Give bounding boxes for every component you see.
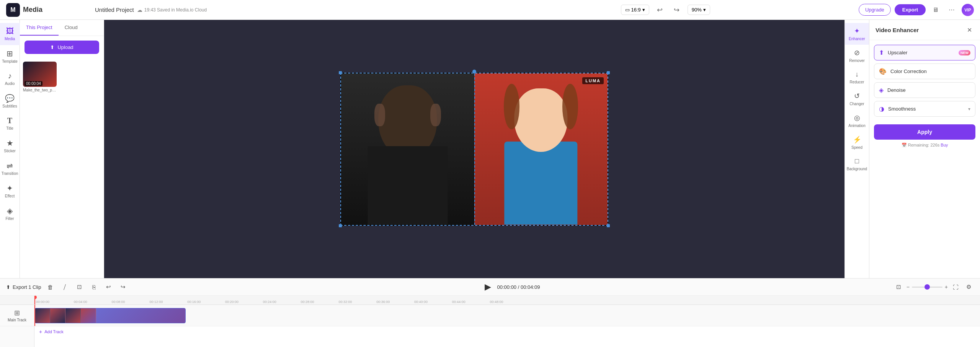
sidebar-item-sticker[interactable]: ★ Sticker — [0, 135, 20, 157]
track-label-main[interactable]: ⊞ Main Track — [0, 305, 34, 326]
user-avatar[interactable]: VIP — [962, 4, 974, 16]
right-sidebar-item-reducer[interactable]: ↓ Reducer — [845, 67, 869, 88]
right-sidebar-item-changer[interactable]: ↺ Changer — [845, 88, 869, 110]
sidebar-label-filter: Filter — [5, 217, 14, 221]
ruler-corner — [0, 296, 34, 305]
settings-button[interactable]: ⚙ — [963, 282, 974, 292]
delete-clip-button[interactable]: 🗑 — [45, 282, 56, 292]
upload-button[interactable]: ⬆ Upload — [24, 41, 99, 54]
more-options-button[interactable]: ⋯ — [946, 4, 958, 16]
zoom-out-icon[interactable]: − — [906, 284, 910, 290]
export-clip-button[interactable]: ⬆ Export 1 Clip — [6, 284, 41, 290]
canvas-preview[interactable]: LUMA — [340, 73, 608, 226]
right-sidebar-item-speed[interactable]: ⚡ Speed — [845, 132, 869, 153]
speed-icon: ⚡ — [853, 135, 861, 144]
upload-label: Upload — [57, 44, 73, 50]
tab-this-project[interactable]: This Project — [20, 20, 59, 36]
sidebar-label-template: Template — [2, 59, 18, 64]
sidebar-item-subtitles[interactable]: 💬 Subtitles — [0, 90, 20, 112]
enhancer-icon: ✦ — [854, 27, 860, 35]
ruler-mark-12: 00:48:00 — [490, 300, 503, 304]
sidebar-label-sticker: Sticker — [4, 149, 16, 153]
export-button[interactable]: Export — [895, 4, 926, 15]
media-panel: This Project Cloud ⬆ Upload 00:00:04 Mak… — [20, 20, 104, 278]
fit-screen-button[interactable]: ⊡ — [893, 282, 904, 292]
right-sidebar-item-animation[interactable]: ◎ Animation — [845, 110, 869, 132]
cloud-icon: ☁ — [137, 7, 142, 13]
add-track-row[interactable]: + Add Track — [34, 326, 980, 337]
sidebar-item-template[interactable]: ⊞ Template — [0, 45, 20, 68]
video-left — [341, 73, 474, 225]
video-right: LUMA — [474, 73, 608, 225]
sidebar-item-title[interactable]: T Title — [0, 112, 20, 135]
apply-button[interactable]: Apply — [874, 124, 975, 140]
sidebar-item-transition[interactable]: ⇌ Transition — [0, 157, 20, 180]
copy-button[interactable]: ⎘ — [88, 282, 99, 292]
aspect-ratio-button[interactable]: ▭ 16:9 ▾ — [621, 5, 649, 15]
right-sidebar-item-remover[interactable]: ⊘ Remover — [845, 45, 869, 67]
undo-button[interactable]: ↩ — [654, 4, 666, 16]
logo-box: M — [6, 3, 20, 17]
right-label-animation: Animation — [848, 124, 865, 128]
calendar-icon: 📅 — [902, 143, 907, 147]
enhancer-options: ⬆ Upscaler NEW 🎨 Color Correction ◈ Deno… — [869, 40, 980, 121]
right-sidebar-item-background[interactable]: □ Background — [845, 153, 869, 175]
enhancer-option-upscaler[interactable]: ⬆ Upscaler NEW — [874, 45, 975, 60]
handle-bottom-right[interactable] — [607, 224, 610, 227]
man-hair-left — [374, 104, 385, 126]
man-hair-right — [430, 104, 441, 126]
enhancer-close-button[interactable]: ✕ — [965, 25, 974, 34]
timeline-body: ⊞ Main Track 00:00:00 00:04:00 00:08: — [0, 296, 980, 347]
sidebar-item-audio[interactable]: ♪ Audio — [0, 68, 20, 90]
full-screen-button[interactable]: ⛶ — [950, 282, 961, 292]
split-video-view: LUMA — [341, 73, 608, 225]
buy-link[interactable]: Buy — [941, 143, 948, 147]
smoothness-icon: ◑ — [879, 105, 884, 112]
playhead-ruler — [34, 296, 35, 305]
track-labels: ⊞ Main Track — [0, 296, 34, 347]
handle-top-left[interactable] — [339, 71, 342, 74]
zoom-in-icon[interactable]: + — [945, 284, 948, 290]
timeline-ruler: 00:00:00 00:04:00 00:08:00 00:12:00 00:1… — [34, 296, 980, 305]
timeline-clip-1[interactable] — [34, 308, 186, 323]
zoom-slider[interactable] — [912, 287, 942, 288]
play-button[interactable]: ▶ — [482, 281, 494, 293]
upload-button-wrap: ⬆ Upload — [24, 41, 99, 54]
sidebar-item-media[interactable]: 🖼 Media — [0, 23, 20, 45]
top-center-controls: ▭ 16:9 ▾ ↩ ↪ 90% ▾ — [477, 4, 854, 16]
enhancer-option-color-correction[interactable]: 🎨 Color Correction — [874, 64, 975, 79]
split-clip-button[interactable]: ⧸ — [59, 282, 70, 292]
project-info: Untitled Project ☁ 19:43 Saved in Media.… — [95, 7, 472, 13]
total-time: 00:04:09 — [521, 284, 540, 290]
upgrade-button[interactable]: Upgrade — [859, 4, 891, 16]
enhancer-option-denoise[interactable]: ◈ Denoise — [874, 82, 975, 98]
enhancer-option-smoothness[interactable]: ◑ Smoothness ▾ — [874, 101, 975, 117]
redo-timeline-button[interactable]: ↪ — [118, 282, 128, 292]
ruler-mark-6: 00:24:00 — [263, 300, 276, 304]
woman-hair-right — [562, 84, 578, 129]
right-sidebar-item-enhancer[interactable]: ✦ Enhancer — [845, 23, 869, 45]
sidebar-label-effect: Effect — [5, 194, 15, 199]
canvas-wrapper: LUMA — [340, 73, 608, 226]
sidebar-item-effect[interactable]: ✦ Effect — [0, 180, 20, 202]
handle-bottom-left[interactable] — [339, 224, 342, 227]
handle-top-center[interactable] — [472, 70, 476, 73]
smoothness-chevron: ▾ — [968, 106, 970, 112]
handle-top-right[interactable] — [607, 71, 610, 74]
tab-cloud[interactable]: Cloud — [59, 20, 84, 36]
redo-button[interactable]: ↪ — [671, 4, 683, 16]
crop-button[interactable]: ⊡ — [74, 282, 85, 292]
enhancer-header: Video Enhancer ✕ — [869, 20, 980, 40]
media-item[interactable]: 00:00:04 — [23, 62, 57, 87]
woman-hair-left — [504, 84, 520, 129]
ruler-mark-11: 00:44:00 — [452, 300, 466, 304]
track-content-main — [34, 305, 980, 326]
undo-timeline-button[interactable]: ↩ — [103, 282, 114, 292]
ruler-mark-5: 00:20:00 — [225, 300, 238, 304]
zoom-button[interactable]: 90% ▾ — [688, 5, 710, 15]
monitor-icon-button[interactable]: 🖥 — [929, 4, 942, 16]
app-container: M Media Untitled Project ☁ 19:43 Saved i… — [0, 0, 980, 347]
sidebar-item-filter[interactable]: ◈ Filter — [0, 202, 20, 225]
logo-text: M — [10, 7, 15, 13]
project-title[interactable]: Untitled Project — [95, 7, 134, 13]
